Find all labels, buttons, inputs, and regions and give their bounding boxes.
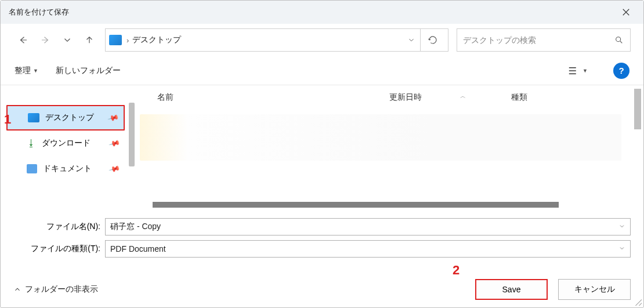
filename-row: ファイル名(N): 硝子窓 - Copy: [1, 216, 643, 238]
close-button[interactable]: [617, 3, 635, 21]
desktop-icon: [109, 35, 122, 45]
back-button[interactable]: [13, 30, 33, 50]
filename-label: ファイル名(N):: [13, 222, 100, 232]
column-header-name[interactable]: 名前: [157, 92, 389, 103]
hide-folders-toggle[interactable]: フォルダーの非表示: [13, 284, 98, 295]
column-header-date-label: 更新日時: [389, 92, 422, 103]
dialog-title: 名前を付けて保存: [9, 7, 69, 17]
download-icon: ⭳: [27, 138, 36, 148]
horizontal-scrollbar[interactable]: [153, 202, 559, 208]
title-bar: 名前を付けて保存: [1, 1, 643, 24]
filetype-select[interactable]: PDF Document: [105, 240, 631, 258]
help-icon: ?: [618, 66, 624, 75]
filename-input[interactable]: 硝子窓 - Copy: [105, 218, 631, 235]
filetype-row: ファイルの種類(T): PDF Document: [1, 238, 643, 260]
new-folder-button[interactable]: 新しいフォルダー: [56, 66, 121, 76]
address-bar[interactable]: › デスクトップ: [105, 28, 448, 52]
new-folder-label: 新しいフォルダー: [56, 66, 121, 76]
caret-down-icon: ▼: [583, 68, 588, 74]
filetype-dropdown-button[interactable]: [618, 244, 625, 253]
desktop-icon: [28, 113, 39, 122]
help-button[interactable]: ?: [613, 63, 629, 79]
chevron-down-icon: [62, 35, 73, 45]
explorer-body: デスクトップ 📌 ⭳ ダウンロード 📌 ドキュメント 📌 名: [1, 85, 643, 216]
bottom-bar: フォルダーの非表示 Save キャンセル: [1, 271, 643, 307]
cancel-button[interactable]: キャンセル: [558, 279, 631, 300]
list-view-icon: [567, 66, 579, 76]
filename-dropdown-button[interactable]: [618, 222, 625, 231]
svg-point-0: [616, 37, 621, 42]
sidebar-item-desktop[interactable]: デスクトップ 📌: [6, 105, 125, 131]
sidebar-item-label: ドキュメント: [43, 164, 92, 174]
save-as-dialog: 名前を付けて保存 › デスクトップ: [0, 0, 644, 308]
pin-icon: 📌: [107, 112, 119, 124]
chevron-down-icon: [618, 245, 625, 252]
search-box[interactable]: [457, 28, 631, 52]
sidebar-item-documents[interactable]: ドキュメント 📌: [6, 156, 125, 182]
save-button[interactable]: Save: [475, 279, 548, 300]
file-list-content-redacted: [140, 114, 621, 161]
pin-icon: 📌: [108, 163, 120, 175]
organize-label: 整理: [15, 66, 31, 76]
column-header-type[interactable]: 種類: [511, 92, 598, 103]
hide-folders-label: フォルダーの非表示: [25, 284, 98, 295]
breadcrumb-chevron-icon: ›: [126, 36, 129, 45]
arrow-right-icon: [40, 35, 50, 45]
toolbar: 整理 ▼ 新しいフォルダー ▼ ?: [1, 56, 643, 85]
filename-value: 硝子窓 - Copy: [110, 222, 161, 232]
sidebar-item-label: ダウンロード: [42, 138, 91, 148]
arrow-left-icon: [18, 35, 28, 45]
sidebar-item-label: デスクトップ: [45, 113, 94, 123]
column-header-date[interactable]: 更新日時 ︿: [389, 92, 511, 103]
vertical-scrollbar[interactable]: [634, 89, 641, 129]
chevron-down-icon: [407, 36, 415, 44]
chevron-up-icon: [13, 285, 21, 293]
filetype-value: PDF Document: [110, 244, 166, 253]
filetype-label: ファイルの種類(T):: [13, 244, 100, 254]
file-list[interactable]: [140, 110, 632, 216]
sidebar-item-downloads[interactable]: ⭳ ダウンロード 📌: [6, 131, 125, 156]
sort-indicator-icon: ︿: [460, 92, 466, 100]
pin-icon: 📌: [108, 137, 120, 150]
breadcrumb-location[interactable]: デスクトップ: [132, 35, 403, 45]
arrow-up-icon: [84, 35, 95, 45]
up-button[interactable]: [79, 30, 99, 50]
recent-locations-button[interactable]: [57, 30, 77, 50]
refresh-button[interactable]: [420, 28, 444, 52]
view-options-button[interactable]: ▼: [567, 62, 588, 79]
search-input[interactable]: [463, 35, 614, 45]
forward-button[interactable]: [35, 30, 55, 50]
chevron-down-icon: [618, 223, 625, 230]
sidebar: デスクトップ 📌 ⭳ ダウンロード 📌 ドキュメント 📌: [1, 85, 128, 216]
caret-down-icon: ▼: [33, 68, 38, 74]
column-headers: 名前 更新日時 ︿ 種類: [128, 85, 643, 110]
address-dropdown-button[interactable]: [403, 29, 420, 51]
close-icon: [622, 8, 630, 16]
refresh-icon: [428, 35, 438, 45]
navigation-row: › デスクトップ: [1, 24, 643, 56]
organize-menu[interactable]: 整理 ▼: [15, 66, 38, 76]
document-icon: [27, 164, 37, 173]
search-icon: [614, 35, 624, 45]
file-pane: 名前 更新日時 ︿ 種類: [128, 85, 643, 216]
